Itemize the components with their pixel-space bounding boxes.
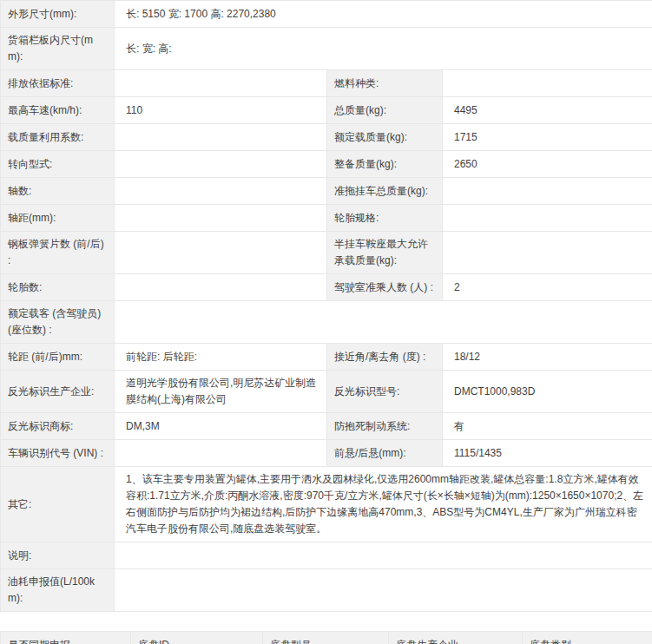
header-chassis-id: 底盘ID bbox=[131, 632, 263, 644]
label-tire-spec: 轮胎规格: bbox=[327, 205, 443, 232]
value-abs-system: 有 bbox=[443, 413, 652, 440]
value-total-mass: 4495 bbox=[443, 97, 652, 124]
label-emission-standard: 排放依据标准: bbox=[1, 70, 115, 97]
label-other: 其它: bbox=[1, 467, 115, 542]
table-row: 外形尺寸(mm): 长: 5150 宽: 1700 高: 2270,2380 bbox=[1, 1, 652, 28]
label-reflective-marking-model: 反光标识型号: bbox=[327, 371, 443, 413]
value-reflective-marking-manufacturer: 道明光学股份有限公司,明尼苏达矿业制造膜结构(上海)有限公司 bbox=[115, 371, 327, 413]
value-overall-dimensions: 长: 5150 宽: 1700 高: 2270,2380 bbox=[115, 1, 652, 28]
label-cab-passenger-count: 驾驶室准乘人数 (人) : bbox=[327, 274, 443, 301]
label-overall-dimensions: 外形尺寸(mm): bbox=[1, 1, 115, 28]
label-track-front-rear: 轮距 (前/后)mm: bbox=[1, 344, 115, 371]
label-axle-count: 轴数: bbox=[1, 178, 115, 205]
table-row: 转向型式: 整备质量(kg): 2650 bbox=[1, 151, 652, 178]
value-remarks bbox=[115, 542, 652, 569]
label-tire-count: 轮胎数: bbox=[1, 274, 115, 301]
value-tire-spec bbox=[443, 205, 652, 232]
label-fuel-type: 燃料种类: bbox=[327, 70, 443, 97]
label-wheelbase: 轴距(mm): bbox=[1, 205, 115, 232]
table-row: 反光标识生产企业: 道明光学股份有限公司,明尼苏达矿业制造膜结构(上海)有限公司… bbox=[1, 371, 652, 413]
value-steering-type bbox=[115, 151, 327, 178]
table-row: 轴数: 准拖挂车总质量(kg): bbox=[1, 178, 652, 205]
table-row: 油耗申报值(L/100km): bbox=[1, 569, 652, 612]
table-row: 轮距 (前/后)mm: 前轮距: 后轮距: 接近角/离去角 (度) : 18/1… bbox=[1, 344, 652, 371]
value-wheelbase bbox=[115, 205, 327, 232]
table-row: 说明: bbox=[1, 542, 652, 569]
value-other: 1、该车主要专用装置为罐体,主要用于洒水及园林绿化,仅选用2600mm轴距改装,… bbox=[115, 467, 652, 542]
vehicle-spec-table: 外形尺寸(mm): 长: 5150 宽: 1700 高: 2270,2380 货… bbox=[0, 0, 652, 612]
label-approach-departure-angle: 接近角/离去角 (度) : bbox=[327, 344, 443, 371]
value-track-front-rear: 前轮距: 后轮距: bbox=[115, 344, 327, 371]
label-rated-passengers: 额定载客 (含驾驶员) (座位数) : bbox=[1, 301, 115, 344]
label-vin: 车辆识别代号 (VIN) : bbox=[1, 440, 115, 467]
value-saddle-max-load bbox=[443, 232, 652, 274]
label-max-speed: 最高车速(km/h): bbox=[1, 97, 115, 124]
value-rated-load-mass: 1715 bbox=[443, 124, 652, 151]
table-row: 最高车速(km/h): 110 总质量(kg): 4495 bbox=[1, 97, 652, 124]
label-front-rear-overhang: 前悬/后悬(mm): bbox=[327, 440, 443, 467]
table-row: 钢板弹簧片数 (前/后) : 半挂车鞍座最大允许承载质量(kg): bbox=[1, 232, 652, 274]
value-reflective-marking-brand: DM,3M bbox=[115, 413, 327, 440]
header-sync-declare: 是否同期申报 bbox=[1, 632, 131, 644]
label-abs-system: 防抱死制动系统: bbox=[327, 413, 443, 440]
table-row: 反光标识商标: DM,3M 防抱死制动系统: 有 bbox=[1, 413, 652, 440]
section-gap bbox=[0, 612, 652, 631]
table-row: 车辆识别代号 (VIN) : 前悬/后悬(mm): 1115/1435 bbox=[1, 440, 652, 467]
value-max-speed: 110 bbox=[115, 97, 327, 124]
table-row: 额定载客 (含驾驶员) (座位数) : bbox=[1, 301, 652, 344]
value-leaf-spring-count bbox=[115, 232, 327, 274]
chassis-header-row: 是否同期申报 底盘ID 底盘型号 底盘生产企业 底盘类别 bbox=[1, 632, 652, 644]
chassis-table: 是否同期申报 底盘ID 底盘型号 底盘生产企业 底盘类别 3252632 BJ1… bbox=[0, 631, 652, 644]
value-trailer-total-mass bbox=[443, 178, 652, 205]
label-load-utilization-factor: 载质量利用系数: bbox=[1, 124, 115, 151]
value-curb-mass: 2650 bbox=[443, 151, 652, 178]
label-trailer-total-mass: 准拖挂车总质量(kg): bbox=[327, 178, 443, 205]
value-rated-passengers bbox=[115, 301, 652, 344]
header-chassis-manufacturer: 底盘生产企业 bbox=[389, 632, 523, 644]
header-chassis-category: 底盘类别 bbox=[523, 632, 652, 644]
value-approach-departure-angle: 18/12 bbox=[443, 344, 652, 371]
table-row: 轮胎数: 驾驶室准乘人数 (人) : 2 bbox=[1, 274, 652, 301]
value-emission-standard bbox=[115, 70, 327, 97]
table-row: 轴距(mm): 轮胎规格: bbox=[1, 205, 652, 232]
label-reflective-marking-manufacturer: 反光标识生产企业: bbox=[1, 371, 115, 413]
vehicle-spec-page: 外形尺寸(mm): 长: 5150 宽: 1700 高: 2270,2380 货… bbox=[0, 0, 652, 644]
label-saddle-max-load: 半挂车鞍座最大允许承载质量(kg): bbox=[327, 232, 443, 274]
label-steering-type: 转向型式: bbox=[1, 151, 115, 178]
label-reflective-marking-brand: 反光标识商标: bbox=[1, 413, 115, 440]
table-row: 载质量利用系数: 额定载质量(kg): 1715 bbox=[1, 124, 652, 151]
table-row: 排放依据标准: 燃料种类: bbox=[1, 70, 652, 97]
value-fuel-consumption bbox=[115, 569, 652, 612]
label-total-mass: 总质量(kg): bbox=[327, 97, 443, 124]
value-vin bbox=[115, 440, 327, 467]
value-tire-count bbox=[115, 274, 327, 301]
header-chassis-model: 底盘型号 bbox=[263, 632, 389, 644]
label-fuel-consumption: 油耗申报值(L/100km): bbox=[1, 569, 115, 612]
label-remarks: 说明: bbox=[1, 542, 115, 569]
value-front-rear-overhang: 1115/1435 bbox=[443, 440, 652, 467]
value-fuel-type bbox=[443, 70, 652, 97]
table-row: 货箱栏板内尺寸(mm): 长: 宽: 高: bbox=[1, 28, 652, 70]
label-rated-load-mass: 额定载质量(kg): bbox=[327, 124, 443, 151]
table-row: 其它: 1、该车主要专用装置为罐体,主要用于洒水及园林绿化,仅选用2600mm轴… bbox=[1, 467, 652, 542]
label-leaf-spring-count: 钢板弹簧片数 (前/后) : bbox=[1, 232, 115, 274]
label-curb-mass: 整备质量(kg): bbox=[327, 151, 443, 178]
value-reflective-marking-model: DMCT1000,983D bbox=[443, 371, 652, 413]
value-load-utilization-factor bbox=[115, 124, 327, 151]
label-cargo-box-inner-dimensions: 货箱栏板内尺寸(mm): bbox=[1, 28, 115, 70]
value-cargo-box-inner-dimensions: 长: 宽: 高: bbox=[115, 28, 652, 70]
value-axle-count bbox=[115, 178, 327, 205]
value-cab-passenger-count: 2 bbox=[443, 274, 652, 301]
